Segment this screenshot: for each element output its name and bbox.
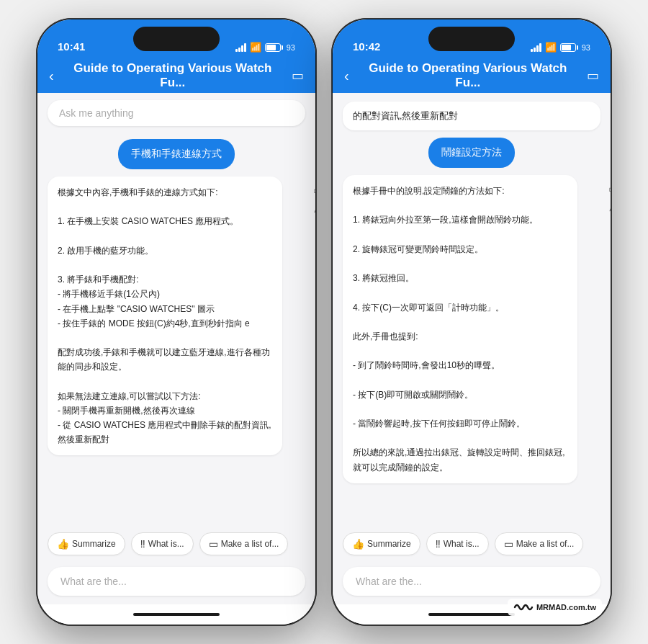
phone-frame-1: 10:41 📶 (36, 18, 317, 626)
home-bar-2 (428, 613, 515, 616)
wifi-icon-1: 📶 (250, 42, 261, 53)
chip-summarize-2[interactable]: 👍 Summarize (343, 532, 420, 555)
chip-summarize-icon-2: 👍 (352, 538, 364, 550)
phone-screen-2: 10:42 📶 (333, 19, 611, 625)
signal-icon-1 (235, 43, 246, 52)
chip-whatis-1[interactable]: ‼️ What is... (131, 532, 194, 555)
status-time-2: 10:42 (353, 40, 380, 53)
share-action-2[interactable]: ∿ (605, 202, 611, 218)
copy-action-1[interactable]: ▭ (310, 182, 315, 198)
chip-whatis-icon-1: ‼️ (140, 538, 145, 550)
dynamic-island-1 (133, 27, 220, 51)
chat-area-1[interactable]: 手機和手錶連線方式 根據文中內容,手機和手錶的連線方式如下: 1. 在手機上安裝… (37, 130, 315, 527)
battery-percent-2: 93 (582, 43, 590, 52)
chip-whatis-2[interactable]: ‼️ What is... (426, 532, 489, 555)
phone-frame-2: 10:42 📶 (331, 18, 612, 626)
search-input-1[interactable]: Ask me anything (48, 100, 305, 126)
battery-percent-1: 93 (287, 43, 295, 52)
bottom-input-field-1[interactable]: What are the... (48, 567, 305, 596)
chip-list-2[interactable]: ▭ Make a list of... (495, 532, 584, 555)
copy-icon-1[interactable]: ▭ (292, 68, 304, 84)
assistant-container-2: 根據手冊中的說明,設定鬧鐘的方法如下: 1. 將錶冠向外拉至第一段,這樣會開啟鬧… (343, 175, 600, 483)
partial-top-text: 的配對資訊,然後重新配對 (353, 111, 458, 121)
status-icons-1: 📶 93 (235, 42, 295, 53)
phone-screen-1: 10:41 📶 (37, 19, 315, 625)
nav-bar-1: ‹ Guide to Operating Various Watch Fu...… (37, 58, 315, 93)
chip-whatis-label-2: What is... (444, 539, 480, 549)
watermark-text: MRMAD.com.tw (536, 603, 596, 612)
copy-icon-2[interactable]: ▭ (587, 68, 599, 84)
copy-action-2[interactable]: ▭ (605, 181, 611, 197)
dynamic-island-2 (428, 27, 515, 51)
chip-summarize-label-2: Summarize (367, 539, 411, 549)
status-icons-2: 📶 93 (531, 42, 590, 53)
partial-top-message: 的配對資訊,然後重新配對 (343, 102, 600, 130)
chip-whatis-label-1: What is... (148, 539, 184, 549)
signal-icon-2 (531, 43, 541, 52)
battery-icon-2 (560, 43, 578, 52)
chip-summarize-label-1: Summarize (72, 539, 116, 549)
status-time-1: 10:41 (58, 40, 85, 53)
chip-whatis-icon-2: ‼️ (436, 538, 441, 550)
chip-summarize-1[interactable]: 👍 Summarize (48, 532, 125, 555)
home-bar-1 (133, 613, 220, 616)
assistant-message-1: 根據文中內容,手機和手錶的連線方式如下: 1. 在手機上安裝 CASIO WAT… (48, 176, 282, 455)
back-button-2[interactable]: ‹ (344, 68, 349, 84)
phone-2: 10:42 📶 (331, 18, 612, 626)
nav-title-2: Guide to Operating Various Watch Fu... (358, 61, 578, 90)
assistant-message-2: 根據手冊中的說明,設定鬧鐘的方法如下: 1. 將錶冠向外拉至第一段,這樣會開啟鬧… (343, 175, 577, 483)
chip-list-icon-2: ▭ (504, 538, 513, 550)
bottom-input-field-2[interactable]: What are the... (343, 567, 600, 596)
suggestion-chips-1: 👍 Summarize ‼️ What is... ▭ Make a list … (37, 527, 315, 561)
suggestion-chips-2: 👍 Summarize ‼️ What is... ▭ Make a list … (333, 527, 611, 561)
back-button-1[interactable]: ‹ (49, 68, 54, 84)
chip-list-icon-1: ▭ (209, 538, 218, 550)
bottom-input-1: What are the... (37, 561, 315, 604)
mrmad-logo: MRMAD.com.tw (508, 599, 602, 616)
chip-list-1[interactable]: ▭ Make a list of... (199, 532, 289, 555)
search-bar-container-1: Ask me anything (37, 93, 315, 130)
assistant-container-1: 根據文中內容,手機和手錶的連線方式如下: 1. 在手機上安裝 CASIO WAT… (48, 176, 305, 455)
watermark: MRMAD.com.tw (508, 599, 602, 616)
phone-1: 10:41 📶 (36, 18, 317, 626)
user-message-1: 手機和手錶連線方式 (118, 139, 235, 169)
message-actions-1: ▭ ∿ (310, 182, 315, 220)
message-actions-2: ▭ ∿ (605, 181, 611, 218)
wifi-icon-2: 📶 (545, 42, 557, 53)
bottom-input-2: What are the... (333, 561, 611, 604)
home-indicator-1 (37, 604, 315, 625)
chip-summarize-icon-1: 👍 (57, 538, 69, 550)
battery-icon-1 (265, 43, 283, 52)
mrmad-logo-svg (513, 601, 534, 613)
user-message-2: 鬧鐘設定方法 (428, 138, 515, 168)
nav-bar-2: ‹ Guide to Operating Various Watch Fu...… (333, 58, 611, 93)
share-action-1[interactable]: ∿ (310, 204, 315, 220)
nav-title-1: Guide to Operating Various Watch Fu... (63, 61, 283, 90)
chip-list-label-2: Make a list of... (516, 539, 575, 549)
chip-list-label-1: Make a list of... (221, 539, 279, 549)
chat-area-2[interactable]: 的配對資訊,然後重新配對 鬧鐘設定方法 根據手冊中的說明,設定鬧鐘的方法如下: … (333, 93, 611, 527)
